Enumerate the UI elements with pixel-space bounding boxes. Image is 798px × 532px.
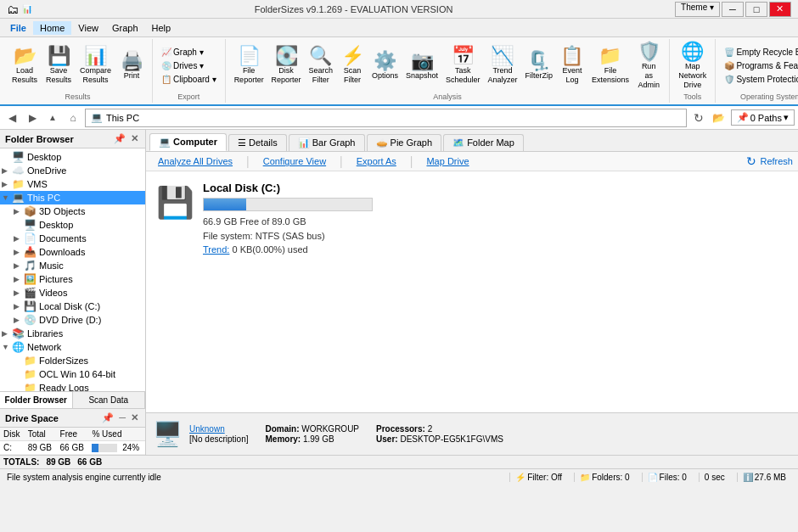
- drive-item-icon: 💾: [156, 185, 194, 221]
- compare-results-button[interactable]: 📊 CompareResults: [76, 45, 115, 87]
- tab-folder-map[interactable]: 🗺️ Folder Map: [443, 134, 524, 151]
- tree-item[interactable]: 📁FolderSizes: [0, 354, 145, 367]
- minimize-button[interactable]: ─: [722, 2, 744, 17]
- drives-dropdown-button[interactable]: 💿 Drives ▾: [158, 59, 220, 72]
- menu-item-help[interactable]: Help: [145, 21, 178, 35]
- file-reporter-button[interactable]: 📄 FileReporter: [231, 45, 267, 87]
- menu-item-file[interactable]: File: [3, 21, 33, 35]
- file-reporter-icon: 📄: [238, 47, 261, 65]
- file-icon: 📁: [24, 382, 37, 391]
- tab-computer[interactable]: 💻 Computer: [149, 133, 227, 151]
- pin-icon[interactable]: 📌: [112, 132, 127, 145]
- file-icon: 💿: [24, 314, 37, 326]
- load-results-button[interactable]: 📂 LoadResults: [8, 45, 41, 87]
- menu-item-graph[interactable]: Graph: [105, 21, 145, 35]
- expander-icon: ▶: [14, 316, 24, 324]
- refresh-button[interactable]: ↻ Refresh: [746, 154, 793, 168]
- disk-reporter-button[interactable]: 💽 DiskReporter: [268, 45, 305, 87]
- forward-button[interactable]: ▶: [24, 109, 41, 126]
- tree-item[interactable]: ▼🌐Network: [0, 340, 145, 354]
- print-button[interactable]: 🖨️ Print: [116, 50, 147, 82]
- tree-item-label: OCL Win 10 64-bit: [39, 369, 115, 379]
- tree-item-label: Desktop: [27, 152, 61, 162]
- tree-item[interactable]: 📁OCL Win 10 64-bit: [0, 367, 145, 381]
- maximize-button[interactable]: □: [745, 2, 767, 17]
- tree-item[interactable]: ▶💿DVD Drive (D:): [0, 313, 145, 327]
- back-button[interactable]: ◀: [3, 109, 20, 126]
- tree-item[interactable]: ▶🎬Videos: [0, 286, 145, 300]
- drive-trend-link[interactable]: Trend:: [203, 244, 229, 255]
- title-bar: 🗂 📊 FolderSizes v9.1.269 - EVALUATION VE…: [0, 0, 798, 19]
- tree-item[interactable]: ▶📥Downloads: [0, 245, 145, 259]
- export-as-button[interactable]: Export As: [350, 154, 403, 168]
- run-as-admin-button[interactable]: 🛡️ Run asAdmin: [633, 41, 664, 91]
- snapshot-button[interactable]: 📷 Snapshot: [402, 50, 441, 82]
- refresh-button[interactable]: ↻: [690, 109, 707, 126]
- task-scheduler-button[interactable]: 📅 TaskScheduler: [442, 45, 483, 87]
- drive-free-cell: 66 GB: [57, 441, 89, 455]
- tree-item[interactable]: ▶🎵Music: [0, 259, 145, 272]
- tree-item[interactable]: ▶📚Libraries: [0, 327, 145, 340]
- tab-details[interactable]: ☰ Details: [228, 134, 287, 151]
- tree-item[interactable]: ▶☁️OneDrive: [0, 164, 145, 177]
- map-drive-button[interactable]: Map Drive: [419, 154, 475, 168]
- programs-features-button[interactable]: 📦 Programs & Features: [721, 59, 798, 72]
- ribbon-group-protection: 🗑️ Empty Recycle Bin 📦 Programs & Featur…: [716, 39, 798, 103]
- close-button[interactable]: ✕: [769, 2, 791, 17]
- tab-folder-browser[interactable]: Folder Browser: [0, 392, 73, 408]
- empty-recycle-bin-button[interactable]: 🗑️ Empty Recycle Bin: [721, 46, 798, 59]
- task-scheduler-icon: 📅: [452, 47, 475, 65]
- menu-item-view[interactable]: View: [71, 21, 105, 35]
- up-button[interactable]: ▲: [44, 109, 61, 126]
- paths-button[interactable]: 📌 0 Paths ▾: [731, 109, 795, 126]
- file-extensions-button[interactable]: 📁 FileExtensions: [588, 45, 632, 87]
- status-text: File system analysis engine currently id…: [7, 473, 503, 482]
- trend-analyzer-button[interactable]: 📉 TrendAnalyzer: [484, 45, 520, 87]
- tree-item[interactable]: ▶💾Local Disk (C:): [0, 300, 145, 313]
- system-protection-button[interactable]: 🛡️ System Protection: [721, 73, 798, 86]
- tree-item[interactable]: ▶🖼️Pictures: [0, 272, 145, 286]
- save-results-button[interactable]: 💾 SaveResults: [42, 45, 75, 87]
- clipboard-dropdown-button[interactable]: 📋 Clipboard ▾: [158, 73, 220, 86]
- close-panel-icon[interactable]: ✕: [129, 132, 140, 145]
- tab-scan-data[interactable]: Scan Data: [73, 392, 146, 408]
- tab-pie-graph[interactable]: 🥧 Pie Graph: [367, 134, 442, 151]
- analyze-all-drives-button[interactable]: Analyze All Drives: [151, 154, 239, 168]
- tree-item[interactable]: 📁Ready Logs: [0, 381, 145, 391]
- scan-filter-button[interactable]: ⚡ ScanFilter: [337, 45, 368, 87]
- browse-button[interactable]: 📂: [711, 109, 728, 126]
- search-filter-button[interactable]: 🔍 SearchFilter: [306, 45, 336, 87]
- map-network-drive-button[interactable]: 🌐 Map NetworkDrive: [675, 41, 710, 91]
- tree-item[interactable]: ▶📦3D Objects: [0, 204, 145, 218]
- address-box[interactable]: 💻 This PC: [85, 109, 687, 127]
- file-icon: 🎵: [24, 260, 37, 272]
- ds-pin-icon[interactable]: 📌: [100, 412, 115, 424]
- menu-item-home[interactable]: Home: [33, 21, 71, 35]
- file-icon: 📄: [24, 232, 37, 244]
- ds-minimize-icon[interactable]: ─: [117, 412, 127, 424]
- save-icon: 💾: [48, 47, 70, 65]
- tab-bar-graph[interactable]: 📊 Bar Graph: [289, 134, 365, 151]
- theme-button[interactable]: Theme ▾: [675, 2, 720, 17]
- memory-label: 27.6 MB: [755, 473, 786, 482]
- tree-item-label: Libraries: [27, 328, 63, 339]
- left-panel: Folder Browser 📌 ✕ 🖥️Desktop▶☁️OneDrive▶…: [0, 130, 146, 455]
- expander-icon: ▼: [2, 193, 12, 202]
- tree-item-label: Ready Logs: [39, 383, 89, 391]
- options-button[interactable]: ⚙️ Options: [368, 50, 402, 82]
- tree-item[interactable]: ▶📁VMS: [0, 177, 145, 191]
- drive-free: 66.9 GB Free of 89.0 GB: [203, 216, 306, 227]
- file-icon: 🖼️: [24, 273, 37, 285]
- tree-item[interactable]: ▶📄Documents: [0, 232, 145, 245]
- tree-item[interactable]: ▼💻This PC: [0, 191, 145, 204]
- tree-item[interactable]: 🖥️Desktop: [0, 218, 145, 232]
- event-log-button[interactable]: 📋 EventLog: [557, 45, 587, 87]
- home-button[interactable]: ⌂: [65, 109, 81, 126]
- computer-name-link[interactable]: Unknown: [189, 424, 248, 434]
- graph-dropdown-button[interactable]: 📈 Graph ▾: [158, 46, 220, 59]
- run-as-admin-icon: 🛡️: [638, 42, 660, 61]
- configure-view-button[interactable]: Configure View: [256, 154, 333, 168]
- ds-close-icon[interactable]: ✕: [129, 412, 140, 424]
- tree-item[interactable]: 🖥️Desktop: [0, 150, 145, 164]
- filterzip-button[interactable]: 🗜️ FilterZip: [521, 50, 555, 82]
